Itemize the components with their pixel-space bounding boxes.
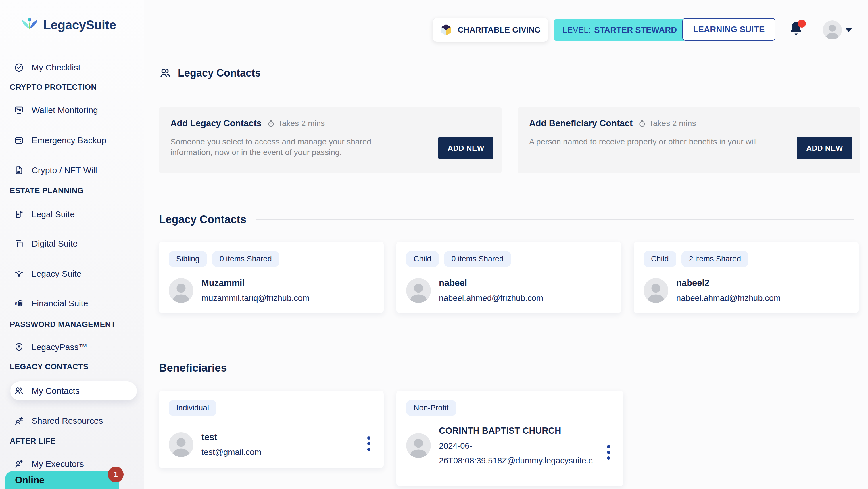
sidebar-item-wallet-monitoring[interactable]: Wallet Monitoring xyxy=(0,101,144,120)
check-circle-icon xyxy=(14,62,24,73)
beneficiary-email-line2: 26T08:08:39.518Z@dummy.legacysuite.c xyxy=(439,456,593,465)
section-heading: Beneficiaries xyxy=(159,362,227,374)
sidebar-item-financial-suite[interactable]: $ Financial Suite xyxy=(0,294,144,313)
legacy-contacts-section-header: Legacy Contacts xyxy=(159,213,855,226)
user-avatar xyxy=(823,21,842,39)
add-card-description: Someone you select to access and manage … xyxy=(170,137,392,158)
add-beneficiary-contact-card: Add Beneficiary Contact Takes 2 mins A p… xyxy=(518,107,860,173)
beneficiary-name: test xyxy=(202,432,261,442)
sidebar-item-legal-suite[interactable]: Legal Suite xyxy=(0,205,144,224)
add-legacy-contacts-card: Add Legacy Contacts Takes 2 mins Someone… xyxy=(159,107,501,173)
add-card-description: A person named to receive property or ot… xyxy=(529,137,776,147)
sidebar-item-my-contacts[interactable]: My Contacts xyxy=(0,381,144,400)
legacy-contacts-row: Sibling 0 items Shared Muzammil muzammil… xyxy=(159,242,859,313)
add-card-title: Add Legacy Contacts xyxy=(170,118,261,128)
sidebar-item-label: My Executors xyxy=(32,459,84,469)
document-icon xyxy=(14,165,24,175)
sidebar-item-shared-resources[interactable]: Shared Resources xyxy=(0,411,144,430)
scroll-icon xyxy=(14,209,24,220)
items-shared-badge: 2 items Shared xyxy=(681,251,749,267)
chat-status-widget[interactable]: Online xyxy=(5,471,119,489)
beneficiary-card[interactable]: Non-Profit CORINTH BAPTIST CHURCH 2024-0… xyxy=(396,391,623,486)
contact-email: nabeel.ahmed@frizhub.com xyxy=(439,293,543,303)
avatar-placeholder xyxy=(406,278,431,303)
cube-icon xyxy=(440,24,453,36)
coins-icon: $ xyxy=(14,298,24,309)
learning-suite-button[interactable]: LEARNING SUITE xyxy=(682,18,775,40)
contact-name: nabeel xyxy=(439,278,543,288)
section-divider xyxy=(237,368,855,369)
avatar-placeholder xyxy=(169,278,193,303)
notifications-bell-button[interactable] xyxy=(788,20,804,38)
sidebar-item-label: Emergency Backup xyxy=(32,136,106,145)
beneficiary-type-badge: Non-Profit xyxy=(406,400,456,416)
users-icon xyxy=(159,67,172,79)
sidebar-item-label: Financial Suite xyxy=(32,298,88,308)
contact-card[interactable]: Sibling 0 items Shared Muzammil muzammil… xyxy=(159,242,384,313)
avatar-placeholder xyxy=(169,432,193,457)
section-heading: Legacy Contacts xyxy=(159,213,246,226)
beneficiary-email-line1: 2024-06- xyxy=(439,441,593,451)
contact-name: nabeel2 xyxy=(676,278,781,288)
sidebar-item-legacypass[interactable]: LegacyPass™ xyxy=(0,338,144,357)
copy-icon xyxy=(14,238,24,249)
beneficiary-name: CORINTH BAPTIST CHURCH xyxy=(439,426,593,436)
svg-text:$: $ xyxy=(15,301,18,306)
sidebar-section-after-life: AFTER LIFE xyxy=(10,437,56,445)
charitable-giving-button[interactable]: CHARITABLE GIVING xyxy=(433,18,548,42)
wallet-monitor-icon xyxy=(14,105,24,115)
relationship-badge: Child xyxy=(644,251,676,267)
beneficiary-email: test@gmail.com xyxy=(202,448,261,457)
executor-icon xyxy=(14,459,24,469)
chat-status-label: Online xyxy=(15,474,44,486)
charitable-giving-label: CHARITABLE GIVING xyxy=(458,25,540,34)
beneficiary-card[interactable]: Individual test test@gmail.com xyxy=(159,391,384,468)
time-estimate: Takes 2 mins xyxy=(267,119,325,128)
kebab-menu-icon[interactable] xyxy=(367,436,370,451)
sidebar-item-digital-suite[interactable]: Digital Suite xyxy=(0,234,144,253)
contact-name: Muzammil xyxy=(202,278,310,288)
app-root: LegacySuite My Checklist CRYPTO PROTECTI… xyxy=(0,0,868,489)
contact-card[interactable]: Child 0 items Shared nabeel nabeel.ahmed… xyxy=(396,242,621,313)
legacysuite-bird-icon xyxy=(21,16,38,34)
contact-email: nabeel.ahmad@frizhub.com xyxy=(676,293,781,303)
brand-name: LegacySuite xyxy=(43,18,116,32)
contact-email: muzammil.tariq@frizhub.com xyxy=(202,293,310,303)
shield-icon xyxy=(14,342,24,352)
avatar-placeholder xyxy=(644,278,668,303)
level-label: LEVEL: xyxy=(562,25,591,35)
beneficiaries-section-header: Beneficiaries xyxy=(159,362,855,374)
add-new-beneficiary-button[interactable]: ADD NEW xyxy=(797,137,852,159)
sidebar-item-label: Crypto / NFT Will xyxy=(32,165,97,175)
brand-logo[interactable]: LegacySuite xyxy=(21,16,116,34)
sidebar-item-label: My Checklist xyxy=(32,63,81,73)
sidebar-item-label: My Contacts xyxy=(32,386,80,396)
level-badge: LEVEL: STARTER STEWARD xyxy=(554,19,685,41)
add-card-title: Add Beneficiary Contact xyxy=(529,118,632,128)
sidebar-item-label: Legal Suite xyxy=(32,209,75,219)
bell-alert-dot xyxy=(798,20,806,28)
sidebar-item-emergency-backup[interactable]: Emergency Backup xyxy=(0,131,144,150)
avatar-placeholder xyxy=(406,433,431,458)
page-title-row: Legacy Contacts xyxy=(159,67,261,79)
sidebar-item-my-checklist[interactable]: My Checklist xyxy=(0,58,144,77)
contact-card[interactable]: Child 2 items Shared nabeel2 nabeel.ahma… xyxy=(634,242,859,313)
bird-icon xyxy=(14,269,24,279)
add-new-legacy-contact-button[interactable]: ADD NEW xyxy=(438,137,494,159)
account-menu-button[interactable] xyxy=(823,21,852,39)
stopwatch-icon xyxy=(267,119,275,128)
chevron-down-icon xyxy=(845,28,852,32)
time-estimate: Takes 2 mins xyxy=(638,119,696,128)
items-shared-badge: 0 items Shared xyxy=(212,251,279,267)
kebab-menu-icon[interactable] xyxy=(607,445,610,460)
sidebar-section-legacy-contacts: LEGACY CONTACTS xyxy=(10,363,89,371)
learning-suite-label: LEARNING SUITE xyxy=(693,25,765,34)
chat-notification-badge: 1 xyxy=(108,466,124,482)
sidebar-item-legacy-suite[interactable]: Legacy Suite xyxy=(0,264,144,283)
sidebar-item-crypto-nft-will[interactable]: Crypto / NFT Will xyxy=(0,161,144,180)
beneficiaries-row: Individual test test@gmail.com Non-Profi… xyxy=(159,391,623,486)
relationship-badge: Child xyxy=(406,251,439,267)
sidebar-item-label: Wallet Monitoring xyxy=(32,105,98,115)
share-person-icon xyxy=(14,415,24,426)
sidebar-item-label: Digital Suite xyxy=(32,239,78,249)
